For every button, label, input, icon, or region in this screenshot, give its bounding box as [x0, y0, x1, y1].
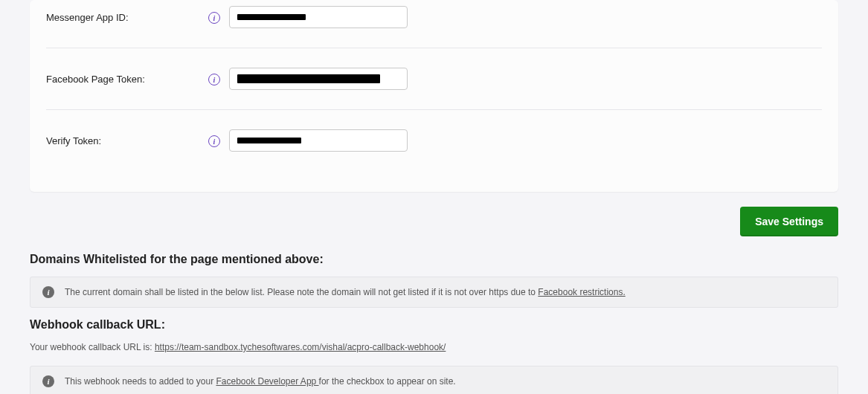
webhook-notice: This webhook needs to added to your Face… [30, 366, 838, 394]
save-settings-button[interactable]: Save Settings [740, 207, 838, 236]
info-icon [42, 286, 54, 298]
messenger-app-id-input[interactable] [229, 6, 408, 28]
info-icon [42, 375, 54, 387]
page-token-label: Facebook Page Token: [46, 74, 208, 85]
webhook-heading: Webhook callback URL: [30, 318, 838, 332]
info-icon[interactable] [208, 135, 220, 147]
row-verify-token: Verify Token: [46, 109, 822, 171]
facebook-developer-app-link[interactable]: Facebook Developer App [216, 376, 318, 387]
webhook-notice-pre: This webhook needs to added to your [65, 376, 216, 387]
verify-token-label: Verify Token: [46, 135, 208, 146]
webhook-url-link[interactable]: https://team-sandbox.tychesoftwares.com/… [155, 342, 446, 352]
info-icon[interactable] [208, 12, 220, 24]
facebook-restrictions-link[interactable]: Facebook restrictions. [538, 287, 625, 297]
webhook-text-pre: Your webhook callback URL is: [30, 342, 155, 352]
row-messenger-app-id: Messenger App ID: [46, 0, 822, 48]
webhook-notice-post: for the checkbox to appear on site. [319, 376, 456, 387]
domains-notice: The current domain shall be listed in th… [30, 277, 838, 308]
domains-notice-text: The current domain shall be listed in th… [65, 287, 538, 297]
facebook-page-token-input[interactable] [229, 68, 408, 90]
info-icon[interactable] [208, 74, 220, 85]
messenger-label: Messenger App ID: [46, 12, 208, 23]
domains-heading: Domains Whitelisted for the page mention… [30, 253, 838, 266]
row-page-token: Facebook Page Token: [46, 48, 822, 109]
verify-token-input[interactable] [229, 129, 408, 152]
